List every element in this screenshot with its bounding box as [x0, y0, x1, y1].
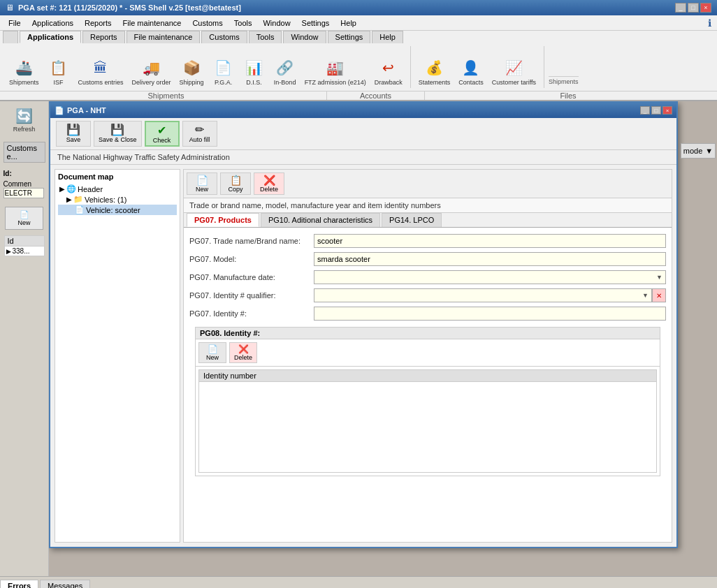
left-sidebar: 🔄 Refresh Customs e... Id: Commen ELECTR… [0, 101, 49, 576]
modal-auto-fill-button[interactable]: ✏ Auto fill [182, 121, 217, 147]
ribbon-tab-file-maintenance[interactable]: File maintenance [126, 31, 201, 43]
tab-messages[interactable]: Messages [40, 580, 90, 588]
help-icon[interactable]: ℹ [708, 17, 711, 29]
form-delete-button[interactable]: ❌ Delete [254, 172, 284, 195]
form-copy-icon: 📋 [230, 175, 242, 186]
manufacture-date-select[interactable]: ▼ [314, 270, 666, 284]
ribbon-tab-window[interactable]: Window [283, 31, 326, 43]
menu-file[interactable]: File [3, 17, 27, 29]
ribbon-icon-drawback[interactable]: ↩ Drawback [371, 54, 406, 88]
content-area: mode ▼ 📄 PGA - NHT _ □ × 💾 [49, 101, 717, 576]
ribbon-icon-contacts[interactable]: 👤 Contacts [455, 54, 487, 88]
ribbon-tab-customs[interactable]: Customs [201, 31, 247, 43]
tab-pg07-products[interactable]: PG07. Products [187, 213, 259, 227]
refresh-button[interactable]: 🔄 Refresh [3, 104, 45, 136]
modal-restore-button[interactable]: □ [651, 106, 661, 115]
pg08-new-icon: 📄 [208, 344, 218, 354]
trade-name-row: PG07. Trade name/Brand name: [189, 233, 666, 249]
form-new-icon: 📄 [196, 175, 208, 186]
main-area: 🔄 Refresh Customs e... Id: Commen ELECTR… [0, 101, 717, 576]
ribbon-icon-statements[interactable]: 💰 Statements [415, 54, 454, 88]
menu-customs[interactable]: Customs [187, 17, 228, 29]
menu-window[interactable]: Window [257, 17, 296, 29]
ribbon-icon-customer-tariffs[interactable]: 📈 Customer tariffs [488, 54, 539, 88]
customer-tariffs-icon: 📈 [502, 57, 525, 79]
ribbon-tab-tools[interactable]: Tools [249, 31, 282, 43]
minimize-button[interactable]: _ [675, 3, 686, 13]
ribbon-icon-shipments[interactable]: 🚢 Shipments [6, 54, 43, 88]
menu-applications[interactable]: Applications [27, 17, 79, 29]
tab-pg10-additional[interactable]: PG10. Aditional characteristics [261, 213, 380, 227]
tab-errors[interactable]: Errors [0, 580, 38, 588]
manufacture-date-arrow: ▼ [656, 274, 662, 281]
ribbon-icon-dis[interactable]: 📊 D.I.S. [240, 54, 269, 88]
identity-label: PG07. Identity #: [189, 309, 308, 318]
vehicle-scooter-label: Vehicle: scooter [86, 206, 140, 214]
auto-fill-icon: ✏ [195, 123, 204, 136]
modal-minimize-button[interactable]: _ [640, 106, 650, 115]
pg08-title: PG08. Identity #: [196, 328, 660, 339]
ribbon-tab-home[interactable] [3, 31, 18, 43]
menu-bar: File Applications Reports File maintenan… [0, 15, 717, 31]
ribbon-tab-settings[interactable]: Settings [328, 31, 371, 43]
ribbon-icon-customs-entries[interactable]: 🏛 Customs entries [75, 54, 127, 88]
tree-item-header[interactable]: ▶ 🌐 Header [58, 184, 177, 194]
vehicles-label: Vehicles: (1) [85, 196, 127, 204]
pg08-new-button[interactable]: 📄 New [198, 342, 226, 363]
identity-qualifier-row: PG07. Identity # qualifier: ▼ ✕ [189, 288, 666, 303]
modal-save-button[interactable]: 💾 Save [56, 121, 91, 147]
tab-pg14-lpco[interactable]: PG14. LPCO [382, 213, 442, 227]
form-copy-button[interactable]: 📋 Copy [220, 172, 251, 195]
ribbon-icon-ftz[interactable]: 🏭 FTZ admission (e214) [301, 54, 370, 88]
statements-label: Statements [419, 79, 451, 86]
identity-qualifier-arrow: ▼ [642, 292, 649, 299]
delivery-order-icon: 🚚 [140, 57, 163, 79]
form-new-button[interactable]: 📄 New [187, 172, 217, 195]
mode-dropdown[interactable]: mode ▼ [681, 143, 716, 159]
identity-qualifier-clear-button[interactable]: ✕ [652, 288, 666, 302]
ribbon-icon-delivery-order[interactable]: 🚚 Delivery order [129, 54, 175, 88]
form-toolbar: 📄 New 📋 Copy ❌ Delete [184, 170, 672, 198]
ribbon-icon-in-bond[interactable]: 🔗 In-Bond [270, 54, 300, 88]
menu-file-maintenance[interactable]: File maintenance [117, 17, 187, 29]
id-table-row-arrow: ▶ 338... [5, 247, 44, 256]
trade-name-input[interactable] [314, 234, 666, 248]
vehicles-folder-icon: 📁 [73, 195, 83, 204]
ribbon-icon-isf[interactable]: 📋 ISF [44, 54, 73, 88]
delivery-order-label: Delivery order [132, 79, 171, 86]
restore-button[interactable]: □ [688, 3, 699, 13]
model-input[interactable] [314, 252, 666, 266]
customs-entry-tab[interactable]: Customs e... [3, 142, 45, 163]
ribbon-tab-applications[interactable]: Applications [20, 31, 81, 43]
title-bar-controls: _ □ × [675, 3, 711, 13]
pg08-grid-header: Identity number [198, 369, 657, 382]
modal-close-button[interactable]: × [662, 106, 672, 115]
customer-tariffs-label: Customer tariffs [492, 79, 536, 86]
ftz-label: FTZ admission (e214) [305, 79, 366, 86]
ribbon-tab-help[interactable]: Help [372, 31, 403, 43]
identity-input[interactable] [314, 307, 666, 321]
title-bar: 🖥 PGA set #: 121 (11/25/2020) * - SMS Sh… [0, 0, 717, 15]
menu-help[interactable]: Help [335, 17, 362, 29]
menu-tools[interactable]: Tools [229, 17, 258, 29]
id-label: Id: [3, 170, 45, 177]
identity-qualifier-select[interactable]: ▼ [314, 288, 652, 302]
modal-title: PGA - NHT [67, 106, 106, 115]
tree-header-label: Header [78, 185, 103, 193]
ribbon-separator-2 [544, 46, 544, 88]
ribbon-icon-shipping[interactable]: 📦 Shipping [176, 54, 208, 88]
tree-item-vehicle-scooter[interactable]: 📄 Vehicle: scooter [58, 205, 177, 215]
pg08-delete-icon: ❌ [238, 344, 249, 354]
ribbon-tab-reports[interactable]: Reports [82, 31, 125, 43]
close-button[interactable]: × [700, 3, 711, 13]
ribbon-icon-pga[interactable]: 📄 P.G.A. [209, 54, 238, 88]
id-col-header: Id [8, 237, 14, 245]
modal-save-close-button[interactable]: 💾 Save & Close [94, 121, 142, 147]
new-button[interactable]: 📄 New [5, 207, 43, 230]
model-row: PG07. Model: [189, 251, 666, 267]
modal-check-button[interactable]: ✔ Check [145, 121, 180, 147]
menu-settings[interactable]: Settings [296, 17, 335, 29]
tree-item-vehicles[interactable]: ▶ 📁 Vehicles: (1) [58, 194, 177, 205]
menu-reports[interactable]: Reports [79, 17, 117, 29]
pg08-delete-button[interactable]: ❌ Delete [229, 342, 257, 363]
